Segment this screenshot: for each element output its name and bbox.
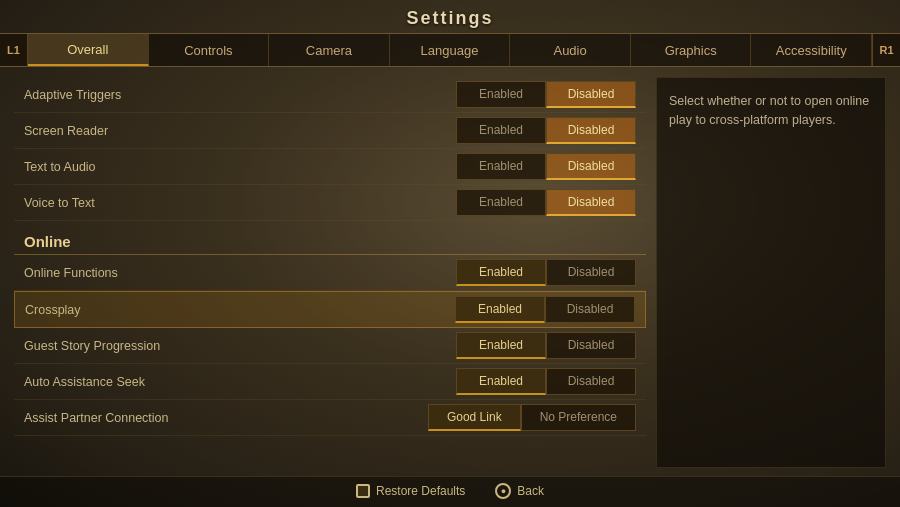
setting-guest-story[interactable]: Guest Story Progression Enabled Disabled xyxy=(14,328,646,364)
tab-overall[interactable]: Overall xyxy=(28,34,149,66)
back-icon: ● xyxy=(495,483,511,499)
tab-right-edge: R1 xyxy=(872,34,900,66)
setting-text-to-audio[interactable]: Text to Audio Enabled Disabled xyxy=(14,149,646,185)
toggle-no-preference[interactable]: No Preference xyxy=(521,404,636,431)
back-label: Back xyxy=(517,484,544,498)
page-title: Settings xyxy=(406,8,493,28)
setting-label: Text to Audio xyxy=(24,160,456,174)
toggle-disabled-screen-reader[interactable]: Disabled xyxy=(546,117,636,144)
toggle-disabled-crossplay[interactable]: Disabled xyxy=(545,296,635,323)
setting-voice-to-text[interactable]: Voice to Text Enabled Disabled xyxy=(14,185,646,221)
back-button[interactable]: ● Back xyxy=(495,483,544,499)
setting-auto-assistance[interactable]: Auto Assistance Seek Enabled Disabled xyxy=(14,364,646,400)
setting-screen-reader[interactable]: Screen Reader Enabled Disabled xyxy=(14,113,646,149)
setting-label: Screen Reader xyxy=(24,124,456,138)
setting-label: Crossplay xyxy=(25,303,455,317)
setting-label: Guest Story Progression xyxy=(24,339,456,353)
toggle-enabled-screen-reader[interactable]: Enabled xyxy=(456,117,546,144)
toggle-group: Enabled Disabled xyxy=(456,189,636,216)
toggle-enabled-text-audio[interactable]: Enabled xyxy=(456,153,546,180)
toggle-disabled-text-audio[interactable]: Disabled xyxy=(546,153,636,180)
settings-panel: Adaptive Triggers Enabled Disabled Scree… xyxy=(14,77,646,468)
main-content: Adaptive Triggers Enabled Disabled Scree… xyxy=(0,67,900,476)
svg-rect-0 xyxy=(358,486,368,496)
settings-header: Settings xyxy=(0,0,900,33)
toggle-enabled-voice-text[interactable]: Enabled xyxy=(456,189,546,216)
toggle-group: Enabled Disabled xyxy=(456,332,636,359)
setting-assist-partner[interactable]: Assist Partner Connection Good Link No P… xyxy=(14,400,646,436)
toggle-disabled-guest-story[interactable]: Disabled xyxy=(546,332,636,359)
toggle-enabled-guest-story[interactable]: Enabled xyxy=(456,332,546,359)
toggle-disabled-adaptive[interactable]: Disabled xyxy=(546,81,636,108)
tab-audio[interactable]: Audio xyxy=(510,34,631,66)
tab-left-edge: L1 xyxy=(0,34,28,66)
setting-label: Auto Assistance Seek xyxy=(24,375,456,389)
tab-language[interactable]: Language xyxy=(390,34,511,66)
toggle-group: Enabled Disabled xyxy=(456,117,636,144)
toggle-group: Enabled Disabled xyxy=(456,368,636,395)
tab-bar: L1 Overall Controls Camera Language Audi… xyxy=(0,33,900,67)
toggle-group: Enabled Disabled xyxy=(455,296,635,323)
toggle-disabled-auto-assistance[interactable]: Disabled xyxy=(546,368,636,395)
restore-icon xyxy=(356,484,370,498)
setting-label: Voice to Text xyxy=(24,196,456,210)
toggle-enabled-auto-assistance[interactable]: Enabled xyxy=(456,368,546,395)
setting-label: Assist Partner Connection xyxy=(24,411,428,425)
tab-camera[interactable]: Camera xyxy=(269,34,390,66)
toggle-good-link[interactable]: Good Link xyxy=(428,404,521,431)
section-header-online: Online xyxy=(14,225,646,255)
toggle-disabled-voice-text[interactable]: Disabled xyxy=(546,189,636,216)
toggle-group: Enabled Disabled xyxy=(456,259,636,286)
setting-online-functions[interactable]: Online Functions Enabled Disabled xyxy=(14,255,646,291)
setting-crossplay[interactable]: Crossplay Enabled Disabled xyxy=(14,291,646,328)
setting-label: Adaptive Triggers xyxy=(24,88,456,102)
info-text: Select whether or not to open online pla… xyxy=(669,92,873,130)
tab-accessibility[interactable]: Accessibility xyxy=(751,34,872,66)
toggle-disabled-online-functions[interactable]: Disabled xyxy=(546,259,636,286)
toggle-group: Good Link No Preference xyxy=(428,404,636,431)
restore-defaults-button[interactable]: Restore Defaults xyxy=(356,484,465,498)
toggle-group: Enabled Disabled xyxy=(456,81,636,108)
restore-defaults-label: Restore Defaults xyxy=(376,484,465,498)
toggle-group: Enabled Disabled xyxy=(456,153,636,180)
tab-graphics[interactable]: Graphics xyxy=(631,34,752,66)
toggle-enabled-adaptive[interactable]: Enabled xyxy=(456,81,546,108)
setting-adaptive-triggers[interactable]: Adaptive Triggers Enabled Disabled xyxy=(14,77,646,113)
footer: Restore Defaults ● Back xyxy=(0,476,900,507)
toggle-enabled-online-functions[interactable]: Enabled xyxy=(456,259,546,286)
toggle-enabled-crossplay[interactable]: Enabled xyxy=(455,296,545,323)
tab-controls[interactable]: Controls xyxy=(149,34,270,66)
setting-label: Online Functions xyxy=(24,266,456,280)
info-panel: Select whether or not to open online pla… xyxy=(656,77,886,468)
